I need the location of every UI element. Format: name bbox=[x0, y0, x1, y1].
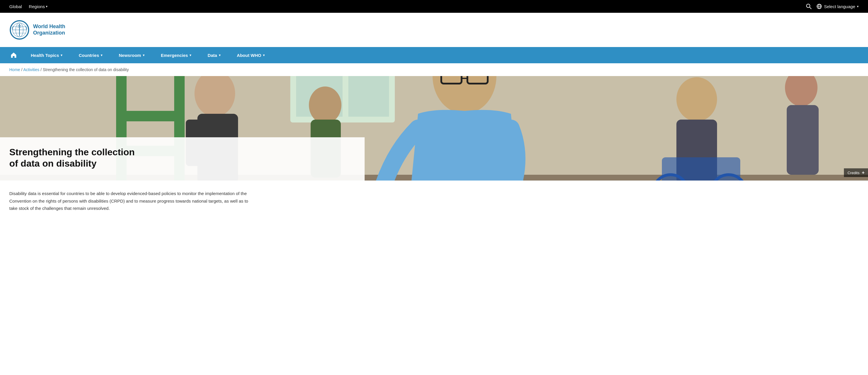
who-text: World Health Organization bbox=[33, 24, 65, 36]
page-body: Disability data is essential for countri… bbox=[0, 181, 261, 221]
breadcrumb-activities-link[interactable]: Activities bbox=[23, 67, 39, 72]
nav-countries[interactable]: Countries ▾ bbox=[70, 47, 111, 63]
nav-home-button[interactable] bbox=[5, 47, 23, 63]
language-label: Select language bbox=[824, 4, 855, 9]
credits-plus-icon: + bbox=[862, 170, 865, 175]
language-chevron-icon: ▾ bbox=[857, 5, 859, 8]
health-topics-chevron-icon: ▾ bbox=[61, 54, 62, 57]
top-bar: Global Regions ▾ Select language ▾ bbox=[0, 0, 868, 13]
nav-newsroom[interactable]: Newsroom ▾ bbox=[111, 47, 153, 63]
breadcrumb-home-link[interactable]: Home bbox=[9, 67, 20, 72]
nav-emergencies[interactable]: Emergencies ▾ bbox=[153, 47, 199, 63]
svg-line-1 bbox=[810, 7, 811, 9]
top-bar-left: Global Regions ▾ bbox=[9, 4, 48, 9]
about-who-chevron-icon: ▾ bbox=[263, 54, 265, 57]
who-name-line2: Organization bbox=[33, 30, 65, 36]
regions-chevron-icon: ▾ bbox=[46, 5, 48, 8]
credits-label: Credits bbox=[847, 171, 859, 175]
nav-health-topics[interactable]: Health Topics ▾ bbox=[23, 47, 70, 63]
global-link[interactable]: Global bbox=[9, 4, 22, 9]
emergencies-chevron-icon: ▾ bbox=[190, 54, 191, 57]
svg-point-28 bbox=[309, 87, 341, 124]
hero-image-section: Strengthening the collection of data on … bbox=[0, 76, 868, 181]
hero-title: Strengthening the collection of data on … bbox=[9, 147, 353, 169]
newsroom-chevron-icon: ▾ bbox=[143, 54, 145, 57]
who-emblem-icon bbox=[9, 20, 30, 40]
who-logo-link[interactable]: World Health Organization bbox=[9, 20, 65, 40]
regions-button[interactable]: Regions ▾ bbox=[29, 4, 48, 9]
nav-data[interactable]: Data ▾ bbox=[199, 47, 229, 63]
svg-point-0 bbox=[806, 4, 810, 7]
data-chevron-icon: ▾ bbox=[219, 54, 221, 57]
intro-paragraph: Disability data is essential for countri… bbox=[9, 190, 252, 212]
main-nav: Health Topics ▾ Countries ▾ Newsroom ▾ E… bbox=[0, 47, 868, 63]
who-name-line1: World Health bbox=[33, 24, 65, 30]
credits-button[interactable]: Credits + bbox=[844, 168, 868, 177]
svg-rect-41 bbox=[787, 105, 819, 175]
logo-area: World Health Organization bbox=[0, 13, 868, 47]
hero-text-overlay: Strengthening the collection of data on … bbox=[0, 137, 365, 181]
breadcrumb: Home / Activities / Strengthening the co… bbox=[0, 63, 868, 76]
breadcrumb-current: Strengthening the collection of data on … bbox=[43, 67, 129, 72]
svg-point-35 bbox=[676, 77, 717, 121]
countries-chevron-icon: ▾ bbox=[101, 54, 102, 57]
svg-rect-23 bbox=[116, 111, 185, 121]
svg-rect-39 bbox=[662, 157, 740, 181]
language-selector[interactable]: Select language ▾ bbox=[816, 3, 859, 9]
nav-about-who[interactable]: About WHO ▾ bbox=[229, 47, 273, 63]
search-icon[interactable] bbox=[806, 3, 812, 9]
svg-rect-20 bbox=[348, 76, 389, 117]
top-bar-right: Select language ▾ bbox=[806, 3, 859, 9]
